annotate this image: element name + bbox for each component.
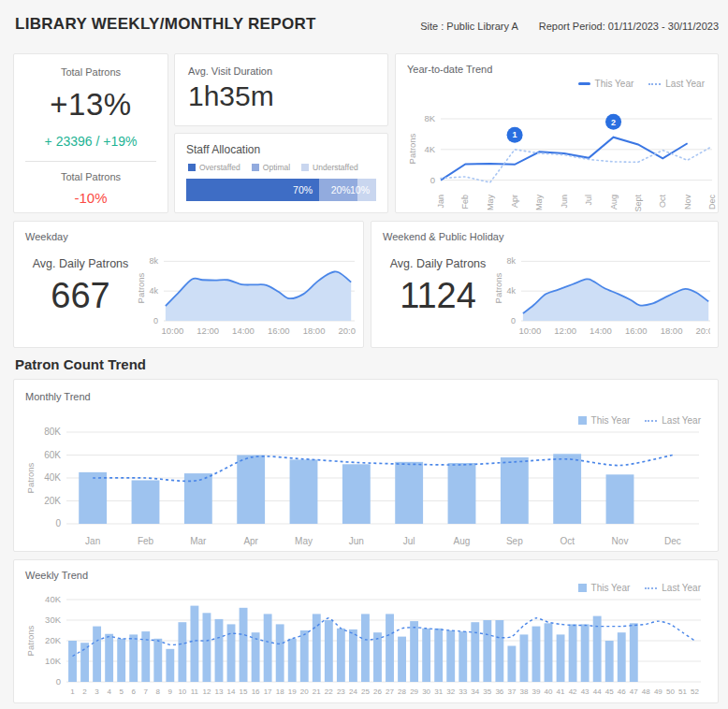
svg-text:27: 27 — [386, 687, 394, 696]
svg-text:34: 34 — [471, 687, 479, 696]
svg-text:0: 0 — [430, 175, 435, 185]
weekly-trend-title: Weekly Trend — [25, 570, 706, 581]
svg-text:52: 52 — [691, 687, 699, 696]
weekend-title: Weekend & Public Holiday — [383, 231, 710, 242]
legend-item-last-year: Last Year — [648, 79, 705, 89]
svg-text:33: 33 — [459, 687, 467, 696]
staff-allocation-card: Staff Allocation OverstaffedOptimalUnder… — [174, 133, 388, 213]
svg-text:Oct: Oct — [560, 536, 575, 546]
svg-text:Jun: Jun — [560, 195, 569, 209]
svg-text:3: 3 — [95, 687, 99, 696]
svg-text:Dec: Dec — [707, 195, 717, 210]
total-patrons-label-2: Total Patrons — [14, 171, 167, 182]
svg-text:0: 0 — [153, 316, 158, 326]
svg-text:4K: 4K — [424, 144, 435, 154]
svg-text:18: 18 — [276, 687, 284, 696]
weekday-hourly-chart: 04k8kPatrons10:0012:0014:0016:0018:0020:… — [136, 244, 356, 347]
svg-text:1: 1 — [70, 687, 75, 696]
legend-item-this-year: This Year — [578, 415, 631, 426]
this-year-bar-swatch-icon — [578, 416, 587, 425]
staff-bar-segment: 70% — [186, 179, 319, 201]
svg-text:0: 0 — [55, 518, 61, 528]
svg-text:Jul: Jul — [403, 536, 415, 546]
this-year-line-swatch-icon — [578, 82, 590, 85]
svg-text:50: 50 — [666, 687, 675, 696]
svg-text:Nov: Nov — [612, 536, 629, 546]
total-patrons-change: +13% — [14, 87, 167, 123]
svg-text:31: 31 — [434, 687, 443, 696]
monthly-trend-card: Monthly Trend This Year Last Year 020K40… — [13, 379, 719, 552]
svg-text:16: 16 — [252, 687, 260, 696]
svg-text:May: May — [486, 195, 495, 211]
svg-text:6: 6 — [131, 687, 136, 696]
weekly-legend: This Year Last Year — [578, 583, 701, 593]
svg-text:40K: 40K — [45, 594, 62, 604]
svg-text:5: 5 — [119, 687, 124, 696]
svg-text:20K: 20K — [44, 496, 61, 506]
total-patrons-detail: + 23396 / +19% — [14, 134, 167, 149]
weekend-kpi: Avg. Daily Patrons 1124 — [383, 242, 493, 347]
site-label: Site : Public Library A — [420, 21, 518, 32]
svg-text:20K: 20K — [45, 635, 62, 645]
last-year-dotted-swatch-icon — [645, 420, 657, 422]
staff-swatch-icon — [252, 164, 259, 171]
svg-text:23: 23 — [337, 687, 345, 696]
svg-text:20:00: 20:00 — [338, 326, 356, 336]
svg-text:Patrons: Patrons — [407, 133, 417, 164]
staff-allocation-title: Staff Allocation — [186, 143, 376, 156]
svg-text:Jun: Jun — [349, 536, 364, 546]
ytd-trend-chart: 04K8KPatronsJanFebMayAprMayJunJulAugSept… — [407, 99, 723, 224]
staff-bar-segment: 10% — [357, 179, 376, 201]
svg-text:16:00: 16:00 — [268, 326, 290, 336]
svg-text:25: 25 — [361, 687, 370, 696]
svg-text:Dec: Dec — [664, 536, 681, 546]
svg-text:24: 24 — [349, 687, 357, 696]
staff-legend-label: Understaffed — [313, 163, 358, 172]
weekend-kpi-value: 1124 — [383, 276, 493, 316]
svg-text:Patrons: Patrons — [493, 272, 503, 303]
svg-text:4k: 4k — [506, 286, 516, 296]
ytd-trend-title: Year-to-date Trend — [407, 64, 706, 75]
svg-text:80K: 80K — [44, 427, 61, 437]
svg-text:40K: 40K — [44, 472, 61, 483]
svg-text:13: 13 — [215, 687, 224, 696]
svg-text:42: 42 — [569, 687, 577, 696]
svg-text:20: 20 — [300, 687, 309, 696]
svg-text:8K: 8K — [424, 113, 435, 123]
svg-text:Nov: Nov — [683, 195, 692, 210]
svg-text:46: 46 — [618, 687, 626, 696]
weekday-card: Weekday Avg. Daily Patrons 667 04k8kPatr… — [13, 221, 364, 348]
monthly-legend: This Year Last Year — [578, 415, 701, 426]
svg-text:30: 30 — [422, 687, 430, 696]
svg-text:0: 0 — [511, 316, 516, 326]
svg-text:0: 0 — [56, 676, 61, 687]
weekly-trend-card: Weekly Trend This Year Last Year 010K20K… — [13, 559, 719, 703]
svg-text:17: 17 — [264, 687, 272, 696]
svg-text:May: May — [534, 195, 544, 211]
svg-text:9: 9 — [168, 687, 173, 696]
svg-text:May: May — [295, 536, 313, 546]
svg-text:12: 12 — [202, 687, 211, 696]
svg-text:8k: 8k — [149, 256, 158, 266]
weekend-kpi-label: Avg. Daily Patrons — [383, 257, 493, 270]
header-meta: Site : Public Library A Report Period: 0… — [420, 21, 719, 34]
svg-text:21: 21 — [313, 687, 321, 696]
weekday-kpi-value: 667 — [25, 276, 136, 316]
svg-text:4k: 4k — [149, 286, 158, 296]
weekday-title: Weekday — [25, 231, 356, 242]
svg-text:29: 29 — [410, 687, 418, 696]
svg-text:32: 32 — [446, 687, 455, 696]
staff-legend-label: Overstaffed — [199, 163, 240, 172]
svg-text:Aug: Aug — [609, 195, 619, 210]
ytd-trend-card: Year-to-date Trend This Year Last Year 0… — [395, 53, 719, 213]
svg-text:12:00: 12:00 — [554, 326, 576, 336]
staff-allocation-bar: 70%20%10% — [186, 179, 376, 201]
section-title: Patron Count Trend — [15, 356, 146, 372]
svg-text:10:00: 10:00 — [519, 326, 542, 336]
svg-text:60K: 60K — [44, 450, 61, 460]
kpi-divider — [25, 161, 156, 162]
svg-text:38: 38 — [519, 687, 528, 696]
svg-text:41: 41 — [557, 687, 565, 696]
legend-label-last-year: Last Year — [662, 583, 701, 593]
monthly-trend-chart: 020K40K60K80KPatronsJanFebMarAprMayJunJu… — [25, 419, 708, 559]
